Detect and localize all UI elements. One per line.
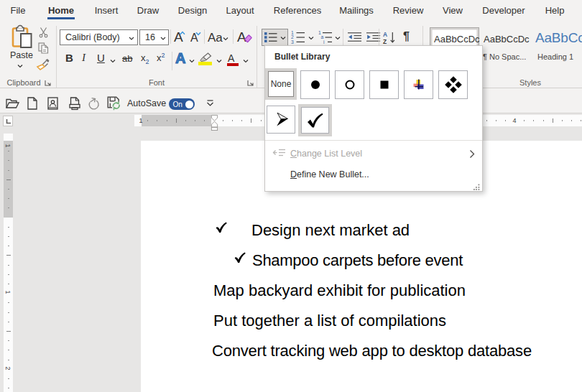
svg-text:Z: Z: [383, 38, 387, 45]
svg-text:i: i: [323, 39, 325, 45]
svg-text:3: 3: [291, 39, 294, 45]
svg-text:A: A: [383, 31, 387, 38]
